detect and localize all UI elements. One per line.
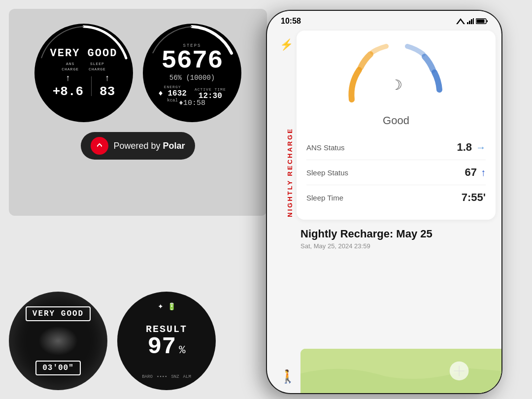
wf-label2: SLEEP (90, 62, 104, 66)
polar-text-pre: Powered by (113, 141, 163, 151)
status-icons (456, 18, 488, 24)
wf-energy-label: ENERGY (158, 85, 187, 89)
phone-content[interactable]: ☽ Good ANS Status 1.8 → Sleep Status (267, 26, 501, 393)
wf-steps-pct: 56% (10000) (169, 74, 215, 82)
watch-right-inner: STEPS 5676 56% (10000) ENERGY ♦ 1632 kca… (143, 24, 241, 122)
wifi-icon (456, 18, 465, 24)
signal-icon (467, 18, 474, 24)
wf-battery-bar: ▪▪▪▪ (157, 374, 167, 379)
wf-value1: +8.6 (53, 84, 83, 99)
wf-sublabel2: CHARGE (89, 67, 106, 71)
watch-faces-bottom: VERY GOOD 03'00" ✦ 🔋 RESULT 97 % BARO ▪▪… (9, 292, 216, 390)
wf-result-pct: % (179, 344, 185, 357)
metric-row-sleep-status: Sleep Status 67 ↑ (306, 160, 486, 185)
metric-label-sleep-status: Sleep Status (306, 168, 348, 177)
metric-row-ans: ANS Status 1.8 → (306, 135, 486, 160)
battery-icon: 🔋 (167, 302, 176, 310)
svg-rect-11 (477, 20, 485, 23)
wf-snz: SNZ (171, 374, 179, 379)
metric-row-sleep-time: Sleep Time 7:55' (306, 185, 486, 210)
map-svg (300, 349, 501, 393)
wf-alm: ALM (183, 374, 191, 379)
svg-marker-5 (456, 18, 465, 24)
wf-labels: ANS CHARGE SLEEP CHARGE (62, 62, 106, 71)
svg-rect-6 (467, 22, 468, 24)
wf-values: ↑ +8.6 ↑ 83 (53, 73, 115, 99)
svg-text:☽: ☽ (390, 77, 402, 93)
wf-active-label: ACTIVE TIME (195, 87, 226, 92)
metric-value-row-ans: 1.8 → (457, 141, 486, 154)
gauge-container: ☽ (306, 40, 486, 109)
polar-icon (91, 137, 108, 155)
watch-faces-top: VERY GOOD ANS CHARGE SLEEP CHARGE (20, 9, 256, 127)
watch-face-right: STEPS 5676 56% (10000) ENERGY ♦ 1632 kca… (143, 24, 241, 122)
walking-icon: 🚶 (280, 369, 296, 384)
watch-left-inner: VERY GOOD ANS CHARGE SLEEP CHARGE (34, 24, 133, 122)
wf-label1: ANS (66, 62, 74, 66)
wf-time-badge: 03'00" (35, 361, 81, 375)
nightly-title-area: Nightly Recharge: May 25 Sat, May 25, 20… (267, 220, 501, 250)
wf-clock: ♦10:58 (179, 99, 205, 107)
wf-result-value-row: 97 % (148, 335, 186, 359)
bluetooth-icon: ✦ (158, 302, 164, 310)
wf-time-block: ACTIVE TIME 12:30 (195, 87, 226, 100)
watch-card-top: VERY GOOD ANS CHARGE SLEEP CHARGE (9, 9, 267, 216)
status-time: 10:58 (281, 17, 301, 26)
watch-face-bottom-right: ✦ 🔋 RESULT 97 % BARO ▪▪▪▪ SNZ ALM (117, 292, 216, 390)
phone-frame: 10:58 (266, 10, 502, 394)
wf-status-bar: BARO ▪▪▪▪ SNZ ALM (142, 374, 191, 379)
watch-face-left: VERY GOOD ANS CHARGE SLEEP CHARGE (34, 24, 133, 122)
wf-value2: 83 (100, 84, 115, 99)
svg-rect-9 (473, 18, 474, 24)
wf-baro: BARO (142, 374, 153, 379)
metric-value-row-sleep-time: 7:55' (462, 191, 486, 204)
wf-sublabel1: CHARGE (62, 67, 79, 71)
metric-value-row-sleep-status: 67 ↑ (465, 166, 486, 179)
gauge-card: ☽ Good ANS Status 1.8 → Sleep Status (297, 31, 496, 220)
wf-glow (38, 326, 78, 356)
metric-label-sleep-time: Sleep Time (306, 194, 343, 202)
phone-screen: 10:58 (267, 11, 501, 393)
metric-value-ans: 1.8 (457, 141, 472, 154)
wf-arrow2: ↑ (104, 73, 110, 83)
svg-rect-7 (469, 21, 470, 24)
polar-text: Powered by Polar (113, 141, 185, 151)
left-panel: VERY GOOD ANS CHARGE SLEEP CHARGE (0, 0, 276, 399)
wf-result-value: 97 (148, 335, 176, 359)
metric-value-sleep-status: 67 (465, 166, 477, 179)
metric-label-ans: ANS Status (306, 143, 345, 152)
phone-status-bar: 10:58 (267, 11, 501, 26)
phone-container: 10:58 (266, 10, 532, 394)
svg-rect-12 (487, 20, 488, 22)
gauge-good-label: Good (306, 114, 486, 127)
svg-rect-8 (471, 19, 472, 24)
battery-icon (476, 18, 488, 24)
nightly-title: Nightly Recharge: May 25 (300, 228, 496, 240)
wf-energy-value: ♦ 1632 (158, 89, 187, 98)
nightly-date: Sat, May 25, 2024 23:59 (300, 242, 496, 250)
wf-vg-badge: VERY GOOD (26, 306, 91, 321)
metric-arrow-sleep-status: ↑ (481, 167, 486, 178)
wf-icons-top: ✦ 🔋 (158, 302, 176, 310)
wf-arrow1: ↑ (65, 73, 70, 83)
gauge-svg: ☽ (342, 40, 450, 109)
map-thumbnail (300, 349, 501, 393)
wf-steps-value: 5676 (162, 48, 223, 74)
polar-badge: Powered by Polar (81, 132, 195, 160)
metric-arrow-ans: → (476, 142, 486, 153)
metric-value-sleep-time: 7:55' (462, 191, 486, 204)
wf-status: VERY GOOD (50, 47, 118, 60)
polar-text-bold: Polar (163, 141, 185, 151)
watch-face-bottom-left: VERY GOOD 03'00" (9, 292, 107, 390)
